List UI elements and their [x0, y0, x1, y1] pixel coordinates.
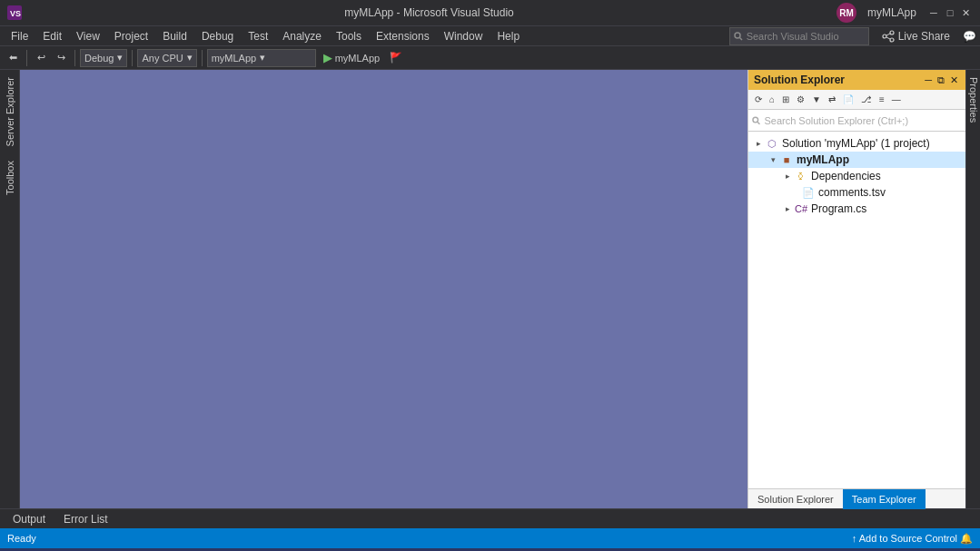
dependencies-arrow: ▸	[781, 172, 794, 181]
dependencies-icon: ⧲	[794, 169, 808, 183]
menu-extensions[interactable]: Extensions	[369, 26, 437, 46]
platform-label: Any CPU	[142, 53, 183, 64]
tab-error-list[interactable]: Error List	[54, 510, 117, 528]
se-float-button[interactable]: ⧉	[935, 74, 946, 86]
search-box[interactable]	[729, 27, 869, 45]
se-tool-sync[interactable]: ⇄	[826, 93, 838, 105]
menu-project[interactable]: Project	[107, 26, 155, 46]
se-tab-solution-explorer[interactable]: Solution Explorer	[748, 489, 843, 509]
se-tab-team-explorer[interactable]: Team Explorer	[843, 489, 926, 509]
toolbar-separator-1	[26, 50, 27, 66]
svg-line-3	[739, 37, 742, 40]
svg-line-7	[886, 34, 890, 35]
tree-item-project[interactable]: ▾ ■ myMLApp	[748, 152, 965, 168]
debug-config-dropdown[interactable]: Debug ▾	[80, 49, 127, 67]
menu-help[interactable]: Help	[490, 26, 527, 46]
vs-icon: VS	[7, 5, 22, 20]
se-tool-show-files[interactable]: 📄	[840, 93, 856, 105]
startup-project-arrow: ▾	[260, 52, 265, 64]
right-sidebar: Properties	[965, 70, 980, 508]
solution-explorer-bottom-tabs: Solution Explorer Team Explorer	[748, 488, 965, 508]
tree-item-dependencies[interactable]: ▸ ⧲ Dependencies	[748, 168, 965, 184]
toolbar-redo-button[interactable]: ↪	[52, 49, 70, 67]
svg-point-6	[890, 38, 894, 42]
debug-config-arrow: ▾	[117, 52, 123, 64]
se-tool-refresh[interactable]: ⟳	[752, 93, 765, 105]
tree-item-program[interactable]: ▸ C# Program.cs	[748, 201, 965, 217]
status-ready: Ready	[7, 533, 36, 544]
solution-explorer-title-buttons: ─ ⧉ ✕	[923, 74, 960, 86]
toolbar-undo-button[interactable]: ↩	[32, 49, 50, 67]
project-label: myMLApp	[797, 153, 849, 166]
tab-output[interactable]: Output	[4, 510, 54, 528]
run-button[interactable]: ▶ myMLApp	[318, 49, 386, 67]
sidebar-tab-toolbox[interactable]: Toolbox	[2, 153, 18, 202]
se-search-input[interactable]	[764, 115, 962, 126]
tree-item-comments[interactable]: 📄 comments.tsv	[748, 184, 965, 201]
title-bar-controls: RM myMLApp ─ □ ✕	[836, 3, 973, 23]
se-tool-filter[interactable]: ▼	[809, 93, 824, 105]
title-bar-left: VS	[7, 5, 22, 20]
toolbar-flag-button[interactable]: 🚩	[387, 49, 405, 67]
menu-bar: File Edit View Project Build Debug Test …	[0, 25, 980, 45]
maximize-button[interactable]: □	[944, 6, 956, 19]
menu-debug[interactable]: Debug	[194, 26, 241, 46]
dependencies-label: Dependencies	[811, 170, 881, 182]
se-tool-preview[interactable]: —	[889, 93, 904, 105]
minimize-button[interactable]: ─	[927, 6, 940, 19]
window-title: myMLApp - Microsoft Visual Studio	[344, 6, 514, 19]
svg-line-10	[757, 122, 759, 123]
menu-tools[interactable]: Tools	[329, 26, 369, 46]
live-share-button[interactable]: Live Share	[876, 28, 955, 44]
left-sidebar: Server Explorer Toolbox	[0, 70, 20, 508]
se-close-button[interactable]: ✕	[948, 74, 960, 86]
status-right[interactable]: ↑ Add to Source Control 🔔	[852, 533, 973, 545]
tree-item-solution[interactable]: ▸ ⬡ Solution 'myMLApp' (1 project)	[748, 135, 965, 152]
menu-view[interactable]: View	[69, 26, 107, 46]
solution-explorer: Solution Explorer ─ ⧉ ✕ ⟳ ⌂ ⊞ ⚙ ▼ ⇄ 📄 ⎇ …	[747, 70, 965, 508]
menu-file[interactable]: File	[4, 26, 35, 46]
solution-arrow: ▸	[752, 139, 765, 148]
search-icon	[734, 32, 743, 41]
app-name-label: myMLApp	[867, 6, 916, 19]
solution-explorer-search[interactable]	[748, 110, 965, 132]
status-left: Ready	[7, 533, 36, 544]
user-avatar[interactable]: RM	[836, 3, 856, 23]
feedback-icon[interactable]: 💬	[963, 30, 976, 43]
se-tool-properties[interactable]: ≡	[876, 93, 887, 105]
se-tool-git[interactable]: ⎇	[858, 93, 875, 105]
menu-analyze[interactable]: Analyze	[275, 26, 329, 46]
main-layout: Server Explorer Toolbox Solution Explore…	[0, 70, 980, 508]
platform-arrow: ▾	[187, 52, 193, 64]
menu-test[interactable]: Test	[241, 26, 275, 46]
menu-window[interactable]: Window	[437, 26, 490, 46]
se-tool-collapse[interactable]: ⊞	[779, 93, 792, 105]
solution-explorer-title: Solution Explorer	[754, 74, 845, 86]
program-arrow: ▸	[781, 204, 794, 213]
sidebar-tab-server-explorer[interactable]: Server Explorer	[2, 70, 18, 153]
se-search-icon	[752, 116, 760, 125]
se-pin-button[interactable]: ─	[923, 74, 934, 86]
right-tab-properties[interactable]: Properties	[966, 70, 981, 130]
svg-point-4	[883, 34, 886, 38]
solution-label: Solution 'myMLApp' (1 project)	[782, 137, 930, 150]
program-label: Program.cs	[811, 202, 866, 215]
toolbar-separator-4	[202, 50, 203, 66]
live-share-icon	[882, 30, 895, 43]
comments-file-icon: 📄	[801, 185, 816, 200]
search-input[interactable]	[747, 31, 865, 42]
menu-build[interactable]: Build	[155, 26, 194, 46]
solution-explorer-tree: ▸ ⬡ Solution 'myMLApp' (1 project) ▾ ■ m…	[748, 132, 965, 488]
menu-edit[interactable]: Edit	[35, 26, 69, 46]
se-tool-settings[interactable]: ⚙	[794, 93, 807, 105]
toolbar-separator-2	[74, 50, 75, 66]
solution-explorer-title-bar: Solution Explorer ─ ⧉ ✕	[748, 70, 965, 90]
solution-icon: ⬡	[765, 136, 779, 151]
close-button[interactable]: ✕	[960, 6, 973, 19]
startup-project-dropdown[interactable]: myMLApp ▾	[207, 49, 316, 67]
project-arrow: ▾	[767, 155, 779, 164]
add-to-source-control[interactable]: ↑ Add to Source Control 🔔	[852, 533, 973, 545]
se-tool-home[interactable]: ⌂	[767, 93, 777, 105]
toolbar-back-button[interactable]: ⬅	[4, 49, 22, 67]
platform-dropdown[interactable]: Any CPU ▾	[137, 49, 196, 67]
